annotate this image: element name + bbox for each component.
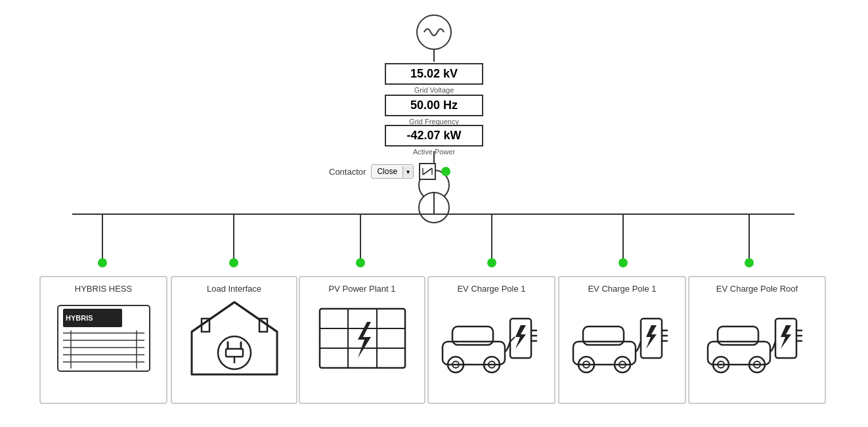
device-card-ev-roof[interactable]: EV Charge Pole Roof (688, 276, 826, 404)
svg-marker-59 (781, 325, 791, 349)
ac-symbol (416, 14, 452, 50)
vert-line-4 (433, 201, 435, 214)
device-icon-ev2 (570, 299, 675, 378)
contactor-close-text: Close (372, 165, 402, 178)
frequency-value: 50.00 Hz (385, 95, 483, 116)
device-icon-ev1 (439, 299, 544, 378)
contactor-area: Contactor Close ▾ (329, 163, 450, 180)
status-dot-6 (745, 258, 754, 267)
svg-marker-48 (646, 325, 657, 349)
svg-text:HYBRIS: HYBRIS (66, 314, 93, 322)
device-card-pv[interactable]: PV Power Plant 1 (299, 276, 425, 404)
device-icon-pv (310, 299, 415, 378)
device-card-ev2[interactable]: EV Charge Pole 1 (558, 276, 686, 404)
device-name-ev-roof: EV Charge Pole Roof (716, 284, 798, 294)
device-card-ev1[interactable]: EV Charge Pole 1 (427, 276, 555, 404)
main-container: 15.02 kV Grid Voltage 50.00 Hz Grid Freq… (0, 0, 868, 427)
device-card-hybris[interactable]: HYBRIS HESS HYBRIS (39, 276, 167, 404)
contactor-switch (419, 163, 436, 180)
voltage-section: 15.02 kV Grid Voltage (385, 62, 483, 97)
status-dot-4 (487, 258, 496, 267)
status-dot-2 (229, 258, 238, 267)
device-icon-load (182, 299, 287, 378)
vert-line-1 (433, 50, 435, 62)
device-icon-hybris: HYBRIS (51, 299, 156, 378)
voltage-value: 15.02 kV (385, 63, 483, 85)
status-dot-5 (618, 258, 628, 267)
svg-line-14 (192, 302, 234, 332)
svg-marker-28 (358, 322, 371, 358)
status-dot-3 (356, 258, 365, 267)
device-card-load[interactable]: Load Interface (171, 276, 297, 404)
power-value: -42.07 kW (385, 125, 483, 146)
device-name-load: Load Interface (207, 284, 261, 294)
contactor-label: Contactor (329, 167, 366, 177)
bus-line (72, 214, 794, 215)
svg-rect-21 (226, 349, 243, 357)
device-name-ev2: EV Charge Pole 1 (588, 284, 656, 294)
svg-marker-13 (192, 302, 277, 374)
status-dot-1 (98, 258, 107, 267)
device-icon-ev-roof (705, 299, 810, 378)
svg-line-15 (234, 302, 277, 332)
contactor-dropdown-icon[interactable]: ▾ (402, 166, 413, 177)
device-name-ev1: EV Charge Pole 1 (457, 284, 525, 294)
device-name-hybris: HYBRIS HESS (75, 284, 132, 294)
svg-point-18 (218, 336, 251, 369)
contactor-button[interactable]: Close ▾ (371, 164, 414, 179)
svg-marker-36 (515, 325, 526, 349)
svg-line-0 (423, 168, 432, 175)
device-name-pv: PV Power Plant 1 (329, 284, 396, 294)
contactor-status-dot (441, 167, 450, 176)
